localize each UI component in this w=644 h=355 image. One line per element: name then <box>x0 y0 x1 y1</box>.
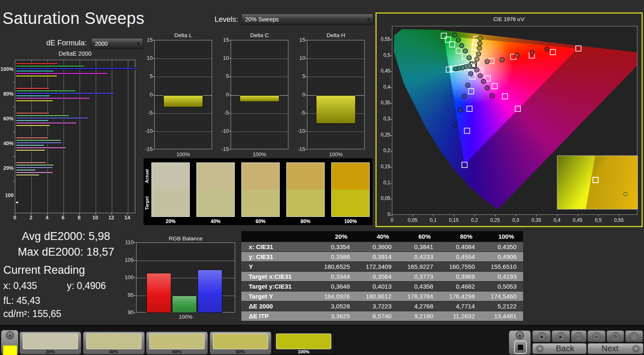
y-tick <box>229 113 231 113</box>
target-square <box>456 48 462 54</box>
bar-blue <box>16 117 89 119</box>
gridline <box>231 132 288 132</box>
measured-point <box>515 53 519 57</box>
collapse-arrow-button[interactable]: ▲ <box>516 331 524 339</box>
table-row: Y180,6525172,3409165,9227160,7550155,651… <box>241 261 523 271</box>
back-label: Back <box>544 344 586 353</box>
level-button-40%[interactable]: 40% <box>83 331 145 355</box>
gridline <box>96 60 96 213</box>
bar-blue <box>16 167 53 169</box>
table-cell: 178,3784 <box>398 292 440 301</box>
y-tick-label: -5 <box>141 110 153 116</box>
level-button-60%[interactable]: 60% <box>146 331 208 355</box>
record-button[interactable] <box>625 330 643 342</box>
y-tick <box>305 58 307 59</box>
delta_h-plot <box>307 40 365 149</box>
y-tick-label: 0,2 <box>377 148 390 153</box>
stop-button[interactable]: ■ <box>532 330 551 342</box>
y-tick <box>13 107 15 107</box>
actual-swatch <box>152 163 189 190</box>
y-tick <box>390 40 392 40</box>
rgb-balance-chart: RGB Balance1101051009590100% <box>120 232 239 321</box>
measured-point <box>478 41 482 46</box>
actual-swatch <box>332 163 369 190</box>
actual-target-swatch-strip: ActualTarget20%40%60%80%100% <box>144 158 373 225</box>
level-button-label: 40% <box>83 349 144 354</box>
target-row-label: Target <box>144 190 151 217</box>
y-tick <box>305 131 307 132</box>
level-button-80%[interactable]: 80% <box>210 331 271 355</box>
bar-magenta <box>16 97 90 99</box>
level-button-20%[interactable]: 20% <box>19 331 81 355</box>
y-tick <box>229 40 231 40</box>
table-cell: 4,7714 <box>440 301 481 311</box>
measured-point <box>475 68 479 72</box>
x-tick <box>454 215 454 216</box>
bar-red <box>16 137 49 139</box>
refresh-icon: ↻ <box>611 332 620 341</box>
cie-1976-chart-panel: CIE 1976 u'v' 000,050,050,10,10,150,150,… <box>375 12 643 227</box>
y-tick <box>229 76 231 77</box>
back-button[interactable]: «Back <box>532 343 587 354</box>
x-tick <box>31 213 31 215</box>
de-formula-dropdown[interactable]: 2000 ▼ <box>91 38 143 49</box>
column-header: 40% <box>356 231 398 242</box>
table-row: ΔE ITP3,36256,57409,218011,263213,4481 <box>241 311 523 321</box>
cie-chart-title: CIE 1976 u'v' <box>377 16 642 22</box>
loop-button[interactable]: ∞ <box>587 330 606 342</box>
level-swatch <box>149 334 205 349</box>
collapse-arrow-button[interactable]: ▲ <box>6 331 14 339</box>
y-tick <box>390 199 392 199</box>
interval-button[interactable]: [··] <box>571 330 587 342</box>
measured-point <box>460 43 464 48</box>
table-cell: 5,2122 <box>481 301 523 311</box>
play-button[interactable]: ▶ <box>552 330 570 342</box>
table-cell: 155,6510 <box>481 262 523 271</box>
y-tick-label: 0,1 <box>377 180 390 186</box>
y-tick-label: 0,25 <box>377 132 390 138</box>
measured-point <box>500 57 505 62</box>
y-tick <box>390 119 392 120</box>
gridline <box>137 261 235 261</box>
record-icon <box>630 332 639 341</box>
level-button-label: 80% <box>210 349 271 354</box>
measured-point <box>475 57 479 61</box>
next-button[interactable]: Next» <box>587 343 644 354</box>
levels-dropdown[interactable]: 20% Sweeps ▼ <box>241 14 373 25</box>
group-label: 100 <box>0 193 14 198</box>
pattern-window-button[interactable] <box>514 341 527 354</box>
level-swatch <box>213 334 268 349</box>
table-row: Target y:CIE310,36480,40130,43580,46820,… <box>241 281 523 291</box>
table-cell: 0,4906 <box>481 252 523 261</box>
target-swatch <box>332 190 369 216</box>
de-formula-label: dE Formula: <box>46 39 87 47</box>
y-tick <box>390 56 392 56</box>
table-cell: 174,5460 <box>481 292 523 301</box>
refresh-button[interactable]: ↻ <box>606 330 624 342</box>
row-label: Target y:CIE31 <box>241 282 315 291</box>
chart-title: Delta H <box>307 32 365 38</box>
patch-level-label: 40% <box>196 219 235 224</box>
y-tick-label: 0 <box>217 92 229 98</box>
measurement-table: 20%40%60%80%100%x: CIE310,33540,36000,38… <box>241 231 523 322</box>
levels-value: 20% Sweeps <box>242 16 364 23</box>
measured-point <box>490 94 495 98</box>
level-button-label: 20% <box>20 349 81 354</box>
y-tick <box>229 131 231 132</box>
deltae2000-chart: DeltaE 200002468101214100%80%60%40%20%10… <box>0 50 140 225</box>
target-square <box>469 89 474 94</box>
level-button-100%[interactable]: 100% <box>273 331 335 355</box>
y-tick-label: 0,15 <box>377 164 390 169</box>
measured-point <box>472 63 476 68</box>
x-tick <box>63 213 64 215</box>
x-tick <box>127 213 128 215</box>
target-square <box>550 49 556 55</box>
reading-fl: fL: 45,43 <box>3 295 40 306</box>
color-patch <box>286 162 325 217</box>
table-cell: 0,4358 <box>398 282 440 291</box>
y-tick <box>153 58 154 59</box>
target-square <box>462 162 467 167</box>
reference-color-swatch <box>3 345 17 355</box>
table-cell: 0,4013 <box>356 282 398 291</box>
bar-yellow <box>16 100 53 102</box>
